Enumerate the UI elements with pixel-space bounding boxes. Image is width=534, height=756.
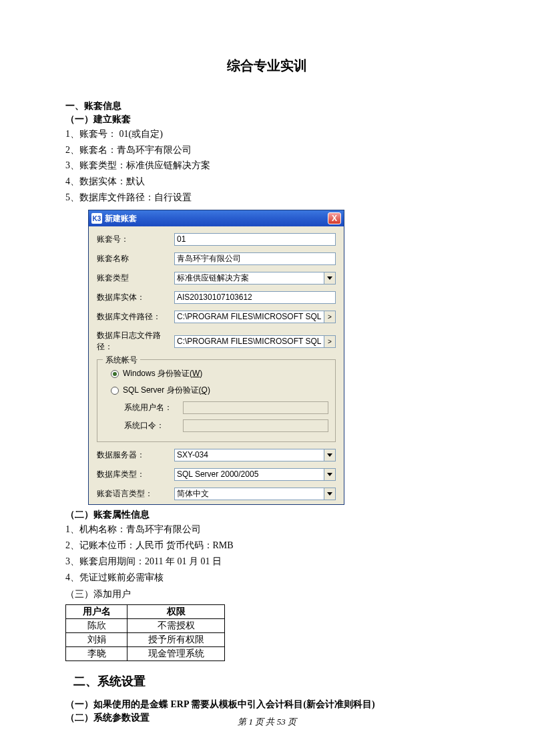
svg-marker-1 bbox=[327, 453, 332, 457]
dbentity-input[interactable]: AIS20130107103612 bbox=[174, 291, 336, 304]
section-2-heading: 二、系统设置 bbox=[73, 673, 469, 689]
subsection-1-2: （二）账套属性信息 bbox=[65, 509, 469, 521]
browse-button[interactable]: > bbox=[324, 335, 336, 348]
table-row: 李晓 现金管理系统 bbox=[66, 646, 225, 660]
label-accttype: 账套类型 bbox=[97, 272, 174, 284]
logpath-input[interactable]: C:\PROGRAM FILES\MICROSOFT SQL bbox=[174, 335, 324, 348]
close-icon[interactable]: X bbox=[328, 212, 341, 224]
label-dataserver: 数据服务器： bbox=[97, 449, 174, 461]
system-account-fieldset: 系统帐号 Windows 身份验证(W) SQL Server 身份验证(Q) … bbox=[97, 359, 336, 442]
radio-label: Windows 身份验证(W) bbox=[123, 368, 202, 379]
label-acctno: 账套号： bbox=[97, 234, 174, 245]
label-dbpath: 数据库文件路径： bbox=[97, 311, 174, 323]
th-username: 用户名 bbox=[66, 604, 127, 618]
radio-icon bbox=[111, 370, 119, 378]
text-line: 3、账套启用期间：2011 年 01 月 01 日 bbox=[65, 554, 469, 569]
label-lang: 账套语言类型： bbox=[97, 488, 174, 500]
radio-label: SQL Server 身份验证(Q) bbox=[123, 385, 210, 396]
text-line: 2、账套名：青岛环宇有限公司 bbox=[65, 143, 469, 158]
chevron-down-icon[interactable] bbox=[324, 449, 336, 461]
app-icon: K3 bbox=[91, 213, 102, 224]
radio-sql-auth[interactable]: SQL Server 身份验证(Q) bbox=[111, 385, 328, 396]
browse-button[interactable]: > bbox=[324, 311, 336, 323]
td-perm: 现金管理系统 bbox=[127, 646, 225, 660]
table-row: 陈欣 不需授权 bbox=[66, 618, 225, 632]
syspwd-input bbox=[183, 419, 328, 432]
label-dbtype: 数据库类型： bbox=[97, 469, 174, 480]
td-perm: 授予所有权限 bbox=[127, 632, 225, 646]
radio-icon bbox=[111, 387, 119, 395]
text-line: 1、机构名称：青岛环宇有限公司 bbox=[65, 522, 469, 537]
chevron-down-icon[interactable] bbox=[324, 272, 336, 285]
th-permission: 权限 bbox=[127, 604, 225, 618]
td-user: 刘娟 bbox=[66, 632, 127, 646]
sysuser-input bbox=[183, 401, 328, 414]
dialog-titlebar: K3 新建账套 X bbox=[89, 210, 344, 226]
fieldset-legend: 系统帐号 bbox=[103, 355, 140, 366]
user-table: 用户名 权限 陈欣 不需授权 刘娟 授予所有权限 李晓 现金管理系统 bbox=[65, 604, 225, 661]
acctno-input[interactable]: 01 bbox=[174, 233, 336, 246]
svg-marker-2 bbox=[327, 473, 332, 476]
doc-title: 综合专业实训 bbox=[65, 57, 469, 75]
accttype-select[interactable]: 标准供应链解决方案 bbox=[174, 272, 324, 285]
page-footer: 第 1 页 共 53 页 bbox=[0, 716, 534, 728]
table-row: 刘娟 授予所有权限 bbox=[66, 632, 225, 646]
subsection-2-1: （一）如果使用的是金蝶 ERP 需要从模板中引入会计科目(新会计准则科目) bbox=[65, 699, 469, 711]
label-acctname: 账套名称 bbox=[97, 253, 174, 264]
dataserver-select[interactable]: SXY-034 bbox=[174, 449, 324, 461]
text-line: 3、账套类型：标准供应链解决方案 bbox=[65, 158, 469, 173]
text-line: 1、账套号： 01(或自定) bbox=[65, 127, 469, 142]
subsection-1-3: （三）添加用户 bbox=[65, 587, 469, 602]
label-sysuser: 系统用户名： bbox=[124, 402, 183, 413]
lang-select[interactable]: 简体中文 bbox=[174, 488, 324, 500]
svg-marker-0 bbox=[327, 276, 332, 280]
label-dbentity: 数据库实体： bbox=[97, 292, 174, 303]
svg-marker-3 bbox=[327, 492, 332, 496]
text-line: 2、记账本位币：人民币 货币代码：RMB bbox=[65, 538, 469, 553]
td-user: 李晓 bbox=[66, 646, 127, 660]
text-line: 5、数据库文件路径：自行设置 bbox=[65, 190, 469, 205]
td-perm: 不需授权 bbox=[127, 618, 225, 632]
section-1-heading: 一、账套信息 bbox=[65, 100, 469, 112]
label-syspwd: 系统口令： bbox=[124, 420, 183, 431]
radio-windows-auth[interactable]: Windows 身份验证(W) bbox=[111, 368, 328, 379]
chevron-down-icon[interactable] bbox=[324, 488, 336, 500]
dbtype-select[interactable]: SQL Server 2000/2005 bbox=[174, 468, 324, 481]
table-header-row: 用户名 权限 bbox=[66, 604, 225, 618]
new-account-dialog: K3 新建账套 X 账套号： 01 账套名称 青岛环宇有限公司 账套类型 标准供… bbox=[88, 210, 344, 505]
text-line: 4、数据实体：默认 bbox=[65, 174, 469, 189]
acctname-input[interactable]: 青岛环宇有限公司 bbox=[174, 252, 336, 265]
chevron-down-icon[interactable] bbox=[324, 468, 336, 481]
td-user: 陈欣 bbox=[66, 618, 127, 632]
dbpath-input[interactable]: C:\PROGRAM FILES\MICROSOFT SQL bbox=[174, 311, 324, 323]
text-line: 4、凭证过账前必需审核 bbox=[65, 570, 469, 585]
dialog-title: 新建账套 bbox=[105, 213, 137, 224]
subsection-1-1: （一）建立账套 bbox=[65, 114, 469, 126]
label-logpath: 数据库日志文件路径： bbox=[97, 330, 174, 353]
